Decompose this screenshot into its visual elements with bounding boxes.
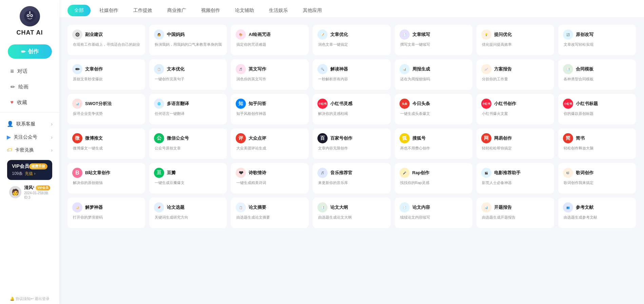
card-desc: 扮演我妈，用我妈的口气来教育单身的我: [154, 42, 222, 47]
card-weekly[interactable]: 📊 周报生成 还在为周报烦恼吗: [395, 59, 472, 90]
card-icon: 小红书: [481, 99, 491, 109]
card-desc: 润色文章一键搞定: [317, 42, 386, 47]
tab-other[interactable]: 其他应用: [297, 5, 328, 18]
card-title: 方案报告: [494, 66, 512, 72]
card-desc: 由选题生成论文摘要: [236, 215, 304, 220]
card-title: 微信公众号: [167, 136, 189, 141]
card-paper-outline[interactable]: 📑 论文大纲 由选题生成论文大纲: [313, 198, 390, 228]
card-desc: 撰写文章一键续写: [399, 42, 468, 47]
create-icon: ✏: [21, 48, 25, 55]
user-id: ID:3: [24, 196, 50, 199]
card-desc: 来更新你的音乐库: [317, 180, 386, 186]
card-dianping[interactable]: 评 大众点评 大众美团评论生成: [231, 128, 309, 159]
card-xiaohongshu-ins[interactable]: 小红书 小红书灵感 解决你的灵感枯竭: [313, 94, 390, 124]
card-desc: 一键生成豆瓣爆文: [154, 180, 222, 186]
card-header: 小红书 小红书创作: [481, 99, 549, 109]
card-swot[interactable]: 📊 SWOT分析法 探寻企业竞争优势: [67, 94, 145, 124]
redeem-chevron: ›: [51, 147, 53, 153]
card-opening-report[interactable]: 📊 开题报告 由选题生成开题报告: [476, 198, 554, 228]
vip-upgrade-badge[interactable]: 续费升级: [29, 163, 47, 169]
card-paper-content[interactable]: 📄 论文内容 续续论文内容续写: [395, 198, 472, 228]
card-bilibili[interactable]: B B站文章创作 解决你的原创烦恼: [67, 163, 145, 194]
card-desc: 由选题生成参考文献: [563, 215, 631, 220]
logout-link[interactable]: ↩ 退出登录: [31, 296, 50, 301]
card-163[interactable]: 网 网易创作 轻轻松松帮你搞定: [476, 128, 554, 159]
sidebar-item-draw[interactable]: ✏ 绘画: [4, 80, 55, 94]
card-article-opt[interactable]: 📝 文章优化 润色文章一键搞定: [313, 25, 390, 55]
card-en-write[interactable]: 🎵 英文写作 润色你的英文写作: [231, 59, 309, 90]
follow-left: ▶ 关注公众号: [7, 134, 37, 140]
card-paper-topic[interactable]: 📌 论文选题 关键词生成研究方向: [149, 198, 227, 228]
card-contract[interactable]: 📑 合同模板 各种类型合同模板: [558, 59, 636, 90]
card-movie-rec[interactable]: 🎬 电影推荐助手 影荒人士必备神器: [476, 163, 554, 194]
collect-icon: ♥: [11, 99, 14, 105]
card-reader[interactable]: 🔍 解读神器 一秒解析所有内容: [313, 59, 390, 90]
card-references[interactable]: 👥 参考文献 由选题生成参考文献: [558, 198, 636, 228]
card-text-opt[interactable]: 📋 文本优化 一键创作完美句子: [149, 59, 227, 90]
follow-label: 关注公众号: [14, 134, 37, 140]
card-icon: 📊: [399, 64, 410, 74]
card-toutiao[interactable]: 头条 今日头条 一键生成头条爆文: [395, 94, 472, 124]
card-xiaohongshu-create[interactable]: 小红书 小红书创作 小红书爆火文案: [476, 94, 554, 124]
card-music-rec[interactable]: 🎵 音乐推荐官 来更新你的音乐库: [313, 163, 390, 194]
card-prompt-opt[interactable]: 💡 提问优化 优化提问提高效率: [476, 25, 554, 55]
sidebar-item-collect[interactable]: ♥ 收藏: [4, 95, 55, 109]
customer-service-item[interactable]: 👤 联系客服 ›: [0, 117, 59, 130]
tab-all[interactable]: 全部: [67, 5, 91, 16]
card-side-job[interactable]: ⚙ 副业建议 在现有工作基础上，寻找适合自己的副业: [67, 25, 145, 55]
card-header: ✏ 文章创作: [72, 64, 140, 74]
card-chinese-mom[interactable]: 👩 中国妈妈 扮演我妈，用我妈的口气来教育单身的我: [149, 25, 227, 55]
card-wechat-mp[interactable]: 公 微信公众号 公众号原创文章: [149, 128, 227, 159]
card-header: 小红书 小红书标题: [563, 99, 631, 109]
card-jianshu[interactable]: 简 简书 轻松创作释放大脑: [558, 128, 636, 159]
tab-commerce[interactable]: 商业推广: [161, 5, 192, 18]
card-translate[interactable]: 🌐 多语言翻译 任何语言一键翻译: [149, 94, 227, 124]
card-weibo[interactable]: 微 微博推文 微博爆文一键生成: [67, 128, 145, 159]
card-header: 🎬 电影推荐助手: [481, 168, 549, 178]
card-desc: 由选题生成开题报告: [481, 215, 549, 220]
card-article-create[interactable]: ✏ 文章创作 原创文章秒变爆款: [67, 59, 145, 90]
card-desc: 知乎风格创作神器: [236, 111, 304, 117]
card-header: 📌 论文选题: [154, 202, 222, 212]
card-lyrics[interactable]: 🎼 歌词创作 歌词创作我来搞定: [558, 163, 636, 194]
recharge-link[interactable]: 充值 ›: [25, 171, 35, 177]
protocol-link[interactable]: 🔔 协议须知: [10, 296, 31, 301]
card-article-continue[interactable]: 📄 文章续写 撰写文章一键续写: [395, 25, 472, 55]
tab-life[interactable]: 生活娱乐: [263, 5, 294, 18]
card-icon: ✏: [72, 64, 82, 74]
card-poem[interactable]: ❤ 诗歌情诗 一键生成精美诗词: [231, 163, 309, 194]
card-title: Rap创作: [412, 170, 430, 176]
card-icon: 📑: [317, 202, 328, 212]
tab-social[interactable]: 社媒创作: [93, 5, 124, 18]
card-ai-paint[interactable]: 🎨 AI绘画咒语 搞定你的咒语难题: [231, 25, 309, 55]
card-desc: 由选题生成论文大纲: [317, 215, 386, 220]
card-icon: 网: [481, 133, 491, 143]
card-paper-abstract[interactable]: 📋 论文摘要 由选题生成论文摘要: [231, 198, 309, 228]
card-zhihu-qa[interactable]: 知 知乎问答 知乎风格创作神器: [231, 94, 309, 124]
card-baijiahao[interactable]: 百 百家号创作 文章内容无限创作: [313, 128, 390, 159]
tab-work[interactable]: 工作提效: [127, 5, 158, 18]
card-icon: 👥: [563, 202, 573, 212]
card-desc: 续续论文内容续写: [399, 215, 468, 220]
card-header: 🎤 Rap创作: [399, 168, 468, 178]
card-header: 👥 参考文献: [563, 202, 631, 212]
follow-wechat-item[interactable]: ▶ 关注公众号 ›: [0, 130, 59, 144]
tab-video[interactable]: 视频创作: [195, 5, 226, 18]
tab-paper[interactable]: 论文辅助: [229, 5, 260, 18]
card-dream[interactable]: 🌙 解梦神器 打开你的梦境密码: [67, 198, 145, 228]
card-sougou[interactable]: 狐 搜狐号 再也不用费心创作: [395, 128, 472, 159]
card-original-rewrite[interactable]: 🔄 原创改写 文章改写轻松实现: [558, 25, 636, 55]
card-desc: 任何语言一键翻译: [154, 111, 222, 117]
sidebar-item-chat[interactable]: ≡ 对话: [4, 64, 55, 78]
create-button[interactable]: ✏ 创作: [8, 44, 52, 59]
card-icon: 📊: [481, 202, 491, 212]
card-xiaohongshu-title[interactable]: 小红书 小红书标题 你的爆款原创标题: [558, 94, 636, 124]
card-header: 🌙 解梦神器: [72, 202, 140, 212]
card-plan-report[interactable]: 📈 方案报告 分担你的工作量: [476, 59, 554, 90]
redeem-item[interactable]: 🏷 卡密兑换 ›: [0, 144, 59, 157]
card-rap[interactable]: 🎤 Rap创作 找找你的Rap灵感: [395, 163, 472, 194]
card-icon: 简: [563, 133, 573, 143]
vip-row: VIP会员 续费升级: [12, 163, 47, 169]
card-header: 豆 豆瓣: [154, 168, 222, 178]
card-douban[interactable]: 豆 豆瓣 一键生成豆瓣爆文: [149, 163, 227, 194]
